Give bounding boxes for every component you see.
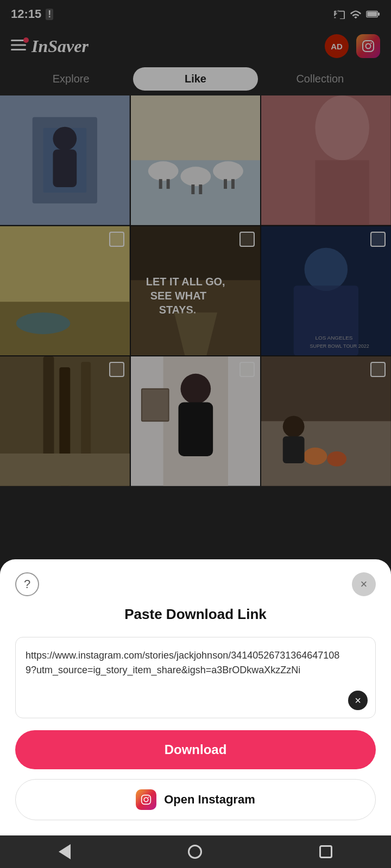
open-instagram-label: Open Instagram (164, 793, 255, 807)
recent-apps-button[interactable] (319, 845, 332, 858)
open-instagram-button[interactable]: Open Instagram (15, 779, 376, 820)
url-input-container: https://www.instagram.com/stories/jackjo… (15, 637, 376, 718)
help-button[interactable]: ? (15, 572, 39, 596)
instagram-logo-icon (141, 794, 152, 805)
bottom-sheet: ? × Paste Download Link https://www.inst… (0, 559, 391, 835)
download-button[interactable]: Download (15, 730, 376, 769)
url-input[interactable]: https://www.instagram.com/stories/jackjo… (26, 648, 365, 678)
home-button[interactable] (188, 845, 202, 859)
svg-point-59 (144, 797, 149, 802)
clear-input-button[interactable]: × (348, 691, 368, 710)
svg-point-60 (148, 796, 149, 797)
sheet-title: Paste Download Link (124, 606, 267, 622)
open-instagram-icon (136, 789, 156, 810)
close-button[interactable]: × (352, 572, 376, 596)
bottom-navigation (0, 835, 391, 868)
back-button[interactable] (59, 844, 71, 859)
svg-rect-58 (142, 795, 151, 805)
sheet-top-row: ? × (15, 572, 376, 596)
